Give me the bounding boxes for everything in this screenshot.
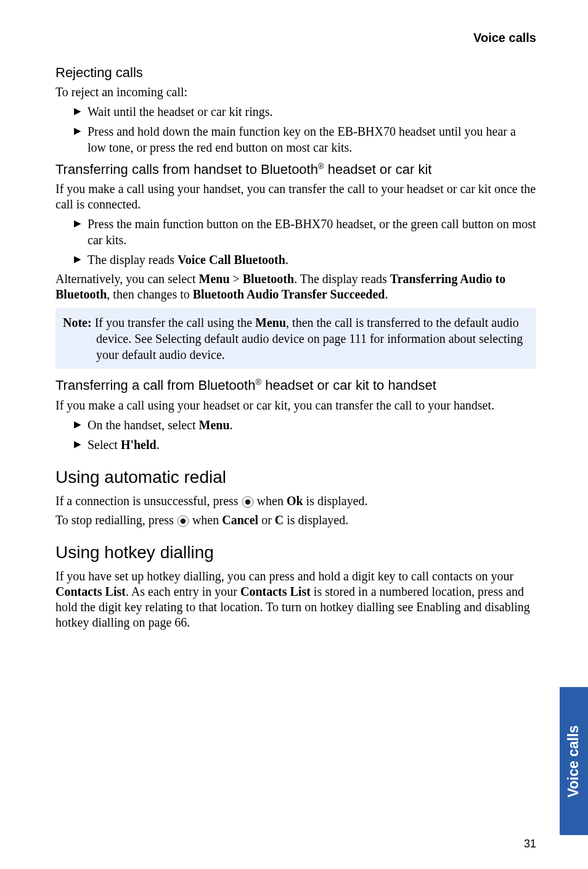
rejecting-calls-intro: To reject an incoming call: xyxy=(55,84,536,100)
text: Select xyxy=(88,438,121,451)
text: . xyxy=(157,438,160,451)
auto-redial-p1: If a connection is unsuccessful, press w… xyxy=(55,493,536,509)
hotkey-dialling-body: If you have set up hotkey dialling, you … xyxy=(55,569,536,630)
transfer-to-bt-list: Press the main function button on the EB… xyxy=(55,216,536,268)
bold-text: Contacts List xyxy=(55,585,126,598)
registered-icon: ® xyxy=(318,162,324,171)
bold-text: Cancel xyxy=(222,513,258,527)
text: when xyxy=(192,513,222,527)
list-item: Press and hold down the main function ke… xyxy=(74,123,536,155)
rejecting-calls-heading: Rejecting calls xyxy=(55,65,536,81)
hotkey-dialling-heading: Using hotkey dialling xyxy=(55,543,536,562)
bold-text: C xyxy=(275,513,284,527)
list-item: Select H'held. xyxy=(74,437,536,453)
heading-text: headset or car kit to handset xyxy=(261,378,436,393)
text: . xyxy=(285,253,288,266)
list-item: The display reads Voice Call Bluetooth. xyxy=(74,252,536,268)
bold-text: Contacts List xyxy=(240,585,311,598)
transfer-to-bt-alt: Alternatively, you can select Menu > Blu… xyxy=(55,271,536,302)
text: . xyxy=(230,418,233,432)
text: is displayed. xyxy=(303,494,368,508)
heading-text: Transferring a call from Bluetooth xyxy=(55,378,255,393)
bold-text: Bluetooth Audio Transfer Succeeded xyxy=(193,287,385,301)
list-item: On the handset, select Menu. xyxy=(74,417,536,433)
svg-point-3 xyxy=(181,519,186,524)
side-tab-label: Voice calls xyxy=(566,725,582,797)
list-item: Press the main function button on the EB… xyxy=(74,216,536,248)
transfer-from-bt-heading: Transferring a call from Bluetooth® head… xyxy=(55,377,536,393)
bold-text: Bluetooth xyxy=(243,272,294,286)
text: . xyxy=(385,287,388,301)
heading-text: headset or car kit xyxy=(324,162,432,177)
transfer-to-bt-intro: If you make a call using your handset, y… xyxy=(55,181,536,212)
center-key-icon xyxy=(177,515,189,527)
text: . As each entry in your xyxy=(126,585,240,598)
list-item: Wait until the headset or car kit rings. xyxy=(74,104,536,120)
auto-redial-p2: To stop redialling, press when Cancel or… xyxy=(55,513,536,528)
auto-redial-heading: Using automatic redial xyxy=(55,467,536,487)
text: . The display reads xyxy=(294,272,390,286)
bold-text: Menu xyxy=(199,272,230,286)
page-number: 31 xyxy=(524,838,536,850)
bold-text: H'held xyxy=(121,438,157,451)
registered-icon: ® xyxy=(255,377,261,387)
text: Alternatively, you can select xyxy=(55,272,199,286)
text: when xyxy=(257,494,287,508)
center-key-icon xyxy=(242,496,254,508)
side-tab: Voice calls xyxy=(560,687,588,835)
rejecting-calls-list: Wait until the headset or car kit rings.… xyxy=(55,104,536,155)
transfer-to-bt-heading: Transferring calls from handset to Bluet… xyxy=(55,162,536,178)
text: If a connection is unsuccessful, press xyxy=(55,494,242,508)
text: To stop redialling, press xyxy=(55,513,177,527)
text: is displayed. xyxy=(284,513,348,527)
note-label: Note: xyxy=(63,316,92,329)
bold-text: Ok xyxy=(287,494,303,508)
page-content: Rejecting calls To reject an incoming ca… xyxy=(55,59,536,634)
heading-text: Transferring calls from handset to Bluet… xyxy=(55,162,318,177)
text: , then changes to xyxy=(107,287,192,301)
transfer-from-bt-intro: If you make a call using your headset or… xyxy=(55,398,536,413)
text: > xyxy=(230,272,243,286)
text: On the handset, select xyxy=(88,418,199,432)
bold-text: Menu xyxy=(255,316,286,329)
text: If you transfer the call using the xyxy=(92,316,255,329)
text: If you have set up hotkey dialling, you … xyxy=(55,569,513,583)
text: or xyxy=(258,513,275,527)
text: The display reads xyxy=(88,253,178,266)
bold-text: Menu xyxy=(199,418,230,432)
transfer-from-bt-list: On the handset, select Menu. Select H'he… xyxy=(55,417,536,453)
bold-text: Voice Call Bluetooth xyxy=(178,253,285,266)
running-header: Voice calls xyxy=(55,31,536,45)
note-box: Note: If you transfer the call using the… xyxy=(55,308,536,369)
svg-point-1 xyxy=(245,500,250,505)
